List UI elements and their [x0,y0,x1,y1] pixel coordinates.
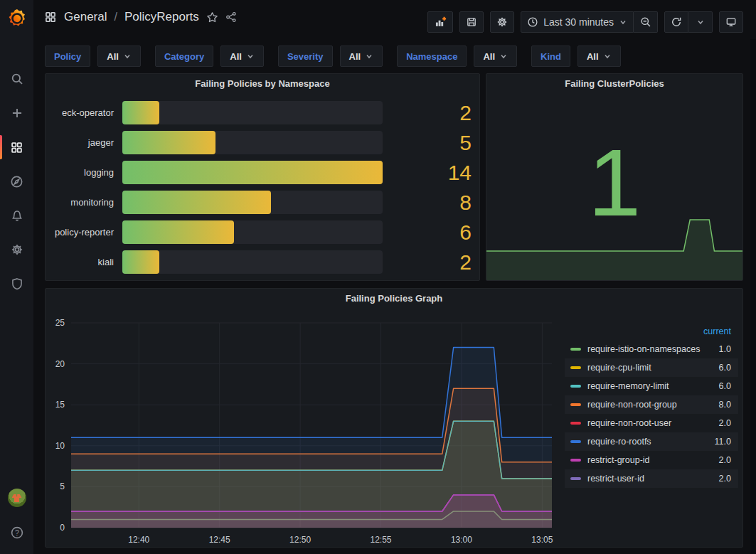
filter-value-severity[interactable]: All [340,46,383,67]
series-color-swatch [570,459,581,462]
svg-text:12:55: 12:55 [371,535,392,545]
stat-sparkline [486,218,742,280]
graph-legend: current require-istio-on-namespaces1.0re… [565,323,738,488]
bar-gauge-row: eck-operator2 [51,101,479,124]
avatar[interactable] [8,489,26,507]
breadcrumb-page[interactable]: PolicyReports [124,10,199,24]
filter-value-policy[interactable]: All [97,46,141,67]
time-picker-button[interactable]: Last 30 minutes [521,11,634,33]
filter-label-namespace[interactable]: Namespace [397,46,467,67]
legend-item-restrict-group-id[interactable]: restrict-group-id2.0 [565,451,738,469]
filter-selected-value: All [587,51,599,62]
sidebar-item-search[interactable] [0,65,33,93]
sidebar: ? [0,0,33,554]
bar-track [122,191,383,214]
sidebar-item-configuration[interactable] [0,235,33,264]
legend-item-restrict-user-id[interactable]: restrict-user-id2.0 [565,469,738,488]
bar-fill [122,191,271,214]
legend-item-require-memory-limit[interactable]: require-memory-limit6.0 [565,377,738,395]
add-panel-icon [434,16,447,28]
bar-fill [122,161,383,184]
series-color-swatch [570,440,581,443]
gear-icon [496,16,508,28]
bar-value: 6 [383,220,479,244]
svg-text:15: 15 [55,400,65,410]
filter-group-kind: KindAll [531,46,621,67]
panel-title[interactable]: Failing Policies by Namespace [46,74,479,94]
breadcrumb: General / PolicyReports [44,0,237,34]
save-dashboard-button[interactable] [459,11,484,33]
chevron-down-icon [123,52,132,60]
sidebar-item-help[interactable]: ? [0,518,33,547]
chevron-down-icon [499,52,508,60]
sidebar-item-alerting[interactable] [0,201,33,230]
filter-value-kind[interactable]: All [577,46,621,67]
bar-value: 5 [383,131,479,154]
series-current-value: 2.0 [701,418,731,428]
scrollbar[interactable] [750,39,756,554]
dashboard-settings-button[interactable] [490,11,514,33]
series-current-value: 6.0 [701,363,731,373]
filter-group-policy: PolicyAll [45,46,141,67]
grafana-logo-icon[interactable] [6,8,28,29]
breadcrumb-folder[interactable]: General [64,10,107,24]
legend-item-require-ro-rootfs[interactable]: require-ro-rootfs11.0 [565,432,738,451]
svg-text:13:05: 13:05 [531,535,553,545]
filter-label-category[interactable]: Category [155,46,213,67]
star-dashboard-button[interactable] [206,11,218,23]
refresh-icon [671,16,682,28]
stat-value: 1 [486,135,742,230]
filter-label-kind[interactable]: Kind [531,46,570,67]
series-current-value: 11.0 [701,437,731,447]
chevron-down-icon [603,52,612,60]
bar-fill [122,250,159,274]
kiosk-mode-button[interactable] [719,11,743,33]
filter-value-category[interactable]: All [220,46,264,67]
filter-label-severity[interactable]: Severity [278,46,333,67]
bar-label: jaeger [51,137,122,148]
filter-group-category: CategoryAll [155,46,264,67]
refresh-button[interactable] [664,11,688,33]
legend-rows: require-istio-on-namespaces1.0require-cp… [565,340,738,488]
filter-selected-value: All [483,51,495,62]
panel-title[interactable]: Failing Policies Graph [46,289,742,309]
sidebar-item-server-admin[interactable] [0,270,33,298]
panel-title[interactable]: Failing ClusterPolicies [486,74,742,94]
filter-label-policy[interactable]: Policy [45,46,90,67]
legend-item-require-non-root-user[interactable]: require-non-root-user2.0 [565,414,738,432]
svg-text:10: 10 [55,441,65,451]
dashboard-grid-icon [44,11,57,23]
panel-failing-policies-graph: Failing Policies Graph 051015202512:4012… [45,288,743,548]
bar-value: 14 [383,161,479,184]
legend-header-current[interactable]: current [565,323,738,340]
dashboards-grid-icon [10,141,23,154]
sidebar-item-dashboards[interactable] [0,133,33,161]
bar-fill [122,101,159,124]
sidebar-item-create[interactable] [0,99,33,127]
series-name: require-non-root-group [587,400,701,410]
series-name: require-non-root-user [587,418,701,428]
bar-fill [122,131,215,154]
filter-group-namespace: NamespaceAll [397,46,517,67]
add-panel-button[interactable] [427,11,453,33]
sidebar-item-explore[interactable] [0,167,33,196]
legend-item-require-cpu-limit[interactable]: require-cpu-limit6.0 [565,358,738,377]
time-range-label: Last 30 minutes [543,16,614,28]
monitor-icon [725,16,737,28]
clock-icon [527,16,538,28]
series-current-value: 6.0 [701,381,731,391]
gear-icon [11,243,23,256]
zoom-out-icon [640,16,651,28]
series-name: restrict-group-id [587,455,701,465]
search-icon [11,73,23,85]
share-dashboard-button[interactable] [225,11,237,23]
legend-item-require-non-root-group[interactable]: require-non-root-group8.0 [565,395,738,414]
bar-gauge-rows: eck-operator2jaeger5logging14monitoring8… [46,94,479,274]
refresh-interval-button[interactable] [688,11,713,33]
legend-item-require-istio-on-namespaces[interactable]: require-istio-on-namespaces1.0 [565,340,738,358]
series-current-value: 2.0 [701,455,731,465]
zoom-out-time-button[interactable] [634,11,658,33]
sidebar-bottom: ? [0,489,33,547]
filter-value-namespace[interactable]: All [474,46,517,67]
chevron-down-icon [696,18,705,26]
